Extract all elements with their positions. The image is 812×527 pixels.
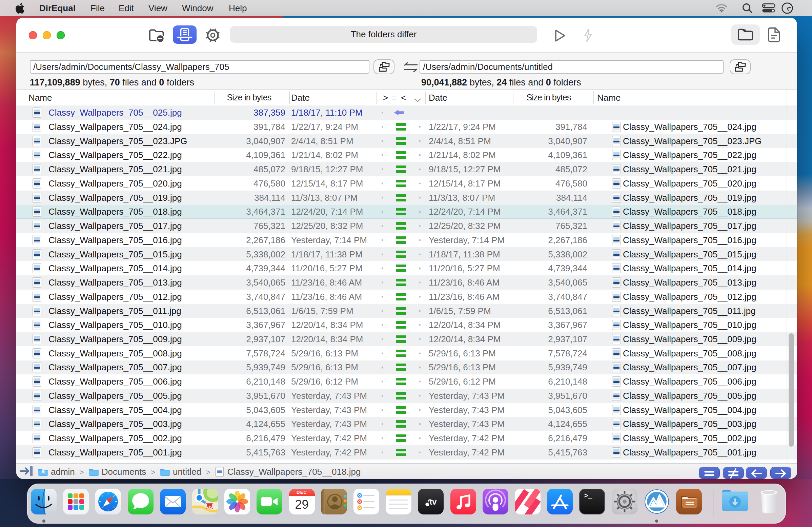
svg-text:280: 280 — [207, 504, 212, 508]
svg-text:tv: tv — [430, 498, 437, 506]
